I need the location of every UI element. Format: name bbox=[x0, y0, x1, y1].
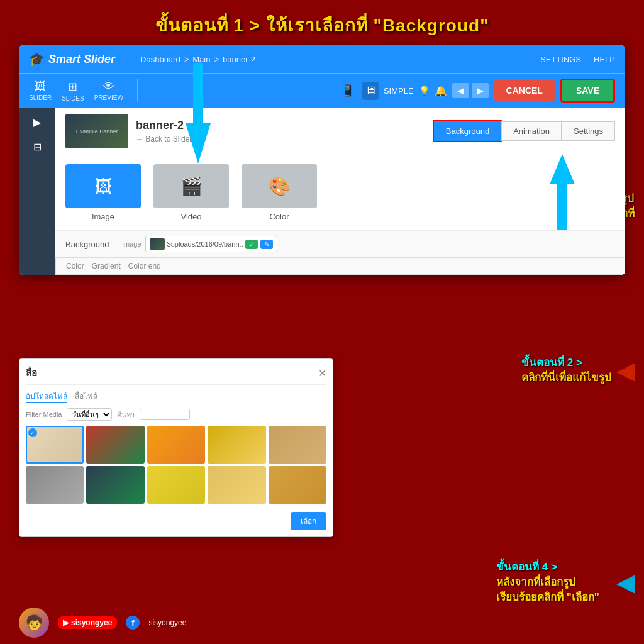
image-icon-box: 🖼 bbox=[65, 164, 141, 208]
filter-row: Filter Media วันที่อื่นๆ ค้นหา bbox=[26, 408, 326, 421]
check-mark-icon: ✓ bbox=[28, 428, 37, 437]
tab-background[interactable]: Background bbox=[434, 121, 501, 141]
settings-link[interactable]: SETTINGS bbox=[540, 55, 581, 64]
step1-title: ขั้นตอนที่ 1 > ให้เราเลือกที่ "Backgroud… bbox=[0, 0, 644, 45]
popup-footer: เลือก bbox=[26, 508, 326, 530]
red-arrow-left-icon: ◀ bbox=[616, 357, 635, 384]
bg-path-text: $uploads/2016/09/bann... bbox=[167, 240, 243, 248]
select-button[interactable]: เลือก bbox=[291, 512, 326, 530]
filter-select[interactable]: วันที่อื่นๆ bbox=[67, 408, 112, 421]
media-grid-item[interactable] bbox=[269, 426, 326, 464]
bulb-icon: 💡 bbox=[419, 86, 430, 96]
ui-screenshot: 🎓 Smart Slider Dashboard > Main > banner… bbox=[19, 45, 625, 275]
mobile-view-button[interactable]: 📱 bbox=[338, 81, 357, 100]
media-grid-item[interactable]: ✓ bbox=[26, 426, 84, 464]
tab-animation[interactable]: Animation bbox=[501, 121, 562, 141]
prev-arrow-button[interactable]: ◀ bbox=[452, 83, 469, 98]
blue-arrow-down-icon bbox=[186, 63, 211, 164]
media-grid-item[interactable] bbox=[147, 466, 205, 504]
popup-header: สื่อ ✕ bbox=[26, 365, 326, 385]
media-types: 🖼 Image 🎬 Video 🎨 Color bbox=[55, 155, 625, 230]
preview-button[interactable]: 👁 PREVIEW bbox=[94, 80, 123, 102]
breadcrumb-banner[interactable]: banner-2 bbox=[223, 55, 255, 64]
play-button[interactable]: ▶ bbox=[31, 113, 43, 133]
slider-label: SLIDER bbox=[29, 94, 52, 101]
color-end-option: Color end bbox=[128, 262, 161, 270]
bg-image-input[interactable]: $uploads/2016/09/bann... ✓ ✎ bbox=[145, 236, 277, 252]
preview-label: PREVIEW bbox=[94, 94, 123, 101]
filter-label: Filter Media bbox=[26, 411, 62, 418]
bg-edit-blue-button[interactable]: ✎ bbox=[260, 240, 273, 249]
slider-icon: 🖼 bbox=[35, 80, 46, 93]
simple-label: SIMPLE bbox=[384, 86, 414, 96]
toolbar-right: 📱 🖥 SIMPLE 💡 🔔 ◀ ▶ CANCEL SAVE bbox=[145, 79, 615, 103]
bottom-bar: 🧒 ▶ sisyongyee f sisyongyee bbox=[19, 608, 186, 638]
back-link[interactable]: ← Back to Slider bbox=[136, 135, 192, 143]
tab-settings[interactable]: Settings bbox=[562, 121, 615, 141]
avatar: 🧒 bbox=[19, 608, 49, 638]
background-row: Background Image $uploads/2016/09/bann..… bbox=[55, 230, 625, 257]
media-grid-item[interactable] bbox=[86, 426, 144, 464]
play-icon: ▶ bbox=[33, 116, 41, 128]
help-link[interactable]: HELP bbox=[594, 55, 615, 64]
logo-text: Smart Slider bbox=[48, 53, 115, 66]
color-type-label: Color bbox=[269, 212, 289, 221]
image-input-label: Image bbox=[122, 240, 142, 248]
media-grid: ✓ bbox=[26, 426, 326, 504]
popup-tab-upload[interactable]: อัปโหลดไฟล์ bbox=[26, 390, 67, 403]
youtube-icon: ▶ sisyongyee bbox=[58, 616, 117, 629]
next-arrow-button[interactable]: ▶ bbox=[472, 83, 489, 98]
video-icon-box: 🎬 bbox=[153, 164, 229, 208]
media-grid-item[interactable] bbox=[208, 466, 265, 504]
color-option: Color bbox=[66, 262, 84, 270]
slide-thumbnail: Example Banner bbox=[65, 114, 128, 148]
video-type-button[interactable]: 🎬 Video bbox=[153, 164, 229, 221]
slider-button[interactable]: 🖼 SLIDER bbox=[29, 80, 52, 102]
media-grid-item[interactable] bbox=[86, 466, 144, 504]
facebook-label: sisyongyee bbox=[148, 618, 186, 627]
toolbar-divider bbox=[137, 79, 138, 102]
popup-title: สื่อ bbox=[26, 365, 37, 380]
slide-header-left: Example Banner banner-2 ← Back to Slider bbox=[65, 114, 192, 148]
main-content-area: Example Banner banner-2 ← Back to Slider… bbox=[55, 108, 625, 275]
slides-icon: ⊞ bbox=[68, 80, 77, 94]
bg-thumbnail bbox=[150, 238, 165, 250]
slide-info: banner-2 ← Back to Slider bbox=[136, 119, 192, 143]
media-grid-item[interactable] bbox=[208, 426, 265, 464]
cyan-arrow-left2-icon: ◀ bbox=[616, 569, 635, 596]
media-grid-item[interactable] bbox=[269, 466, 326, 504]
youtube-play-icon: ▶ bbox=[63, 618, 69, 627]
popup-tab-manage[interactable]: สื่อไฟล์ bbox=[75, 390, 97, 403]
slides-label: SLIDES bbox=[62, 95, 84, 102]
slider-panel: ▶ ⊟ Example Banner banner-2 ← Back to Sl… bbox=[19, 108, 625, 275]
toolbar: 🖼 SLIDER ⊞ SLIDES 👁 PREVIEW 📱 🖥 SIMPLE 💡… bbox=[19, 73, 625, 108]
bg-edit-green-button[interactable]: ✓ bbox=[245, 240, 258, 249]
search-label: ค้นหา bbox=[117, 409, 135, 420]
media-grid-item[interactable] bbox=[147, 426, 205, 464]
search-input[interactable] bbox=[140, 409, 190, 420]
popup-close-button[interactable]: ✕ bbox=[318, 367, 326, 379]
blue-arrow-up-icon bbox=[550, 154, 575, 230]
background-label: Background bbox=[65, 240, 116, 249]
cancel-button[interactable]: CANCEL bbox=[494, 80, 555, 101]
logo-area: 🎓 Smart Slider bbox=[29, 52, 115, 67]
step4-annotation: ขั้นตอนที่ 4 > หลังจากที่เลือกรูป เรียบร… bbox=[496, 560, 635, 604]
color-type-button[interactable]: 🎨 Color bbox=[242, 164, 317, 221]
color-icon-box: 🎨 bbox=[242, 164, 317, 208]
image-type-button[interactable]: 🖼 Image bbox=[65, 164, 141, 221]
slides-button[interactable]: ⊞ SLIDES bbox=[62, 80, 84, 102]
color-icon: 🎨 bbox=[269, 176, 291, 197]
layers-icon: ⊟ bbox=[33, 141, 42, 153]
facebook-icon: f bbox=[126, 616, 140, 630]
video-icon: 🎬 bbox=[180, 176, 203, 197]
save-button[interactable]: SAVE bbox=[560, 79, 615, 103]
bg-input-area: Image $uploads/2016/09/bann... ✓ ✎ bbox=[122, 236, 615, 252]
tab-row: Background Animation Settings bbox=[434, 121, 615, 141]
breadcrumb-dashboard[interactable]: Dashboard bbox=[140, 55, 180, 64]
step2-annotation: ขั้นตอนที่ 2 > คลิกที่นี่เพื่อแก้ไขรูป ◀ bbox=[521, 355, 635, 386]
layers-button[interactable]: ⊟ bbox=[31, 137, 44, 158]
desktop-view-button[interactable]: 🖥 bbox=[362, 82, 379, 100]
media-grid-item[interactable] bbox=[26, 466, 84, 504]
step4-label: ขั้นตอนที่ 4 > หลังจากที่เลือกรูป เรียบร… bbox=[496, 560, 611, 604]
breadcrumb: Dashboard > Main > banner-2 bbox=[115, 55, 540, 64]
